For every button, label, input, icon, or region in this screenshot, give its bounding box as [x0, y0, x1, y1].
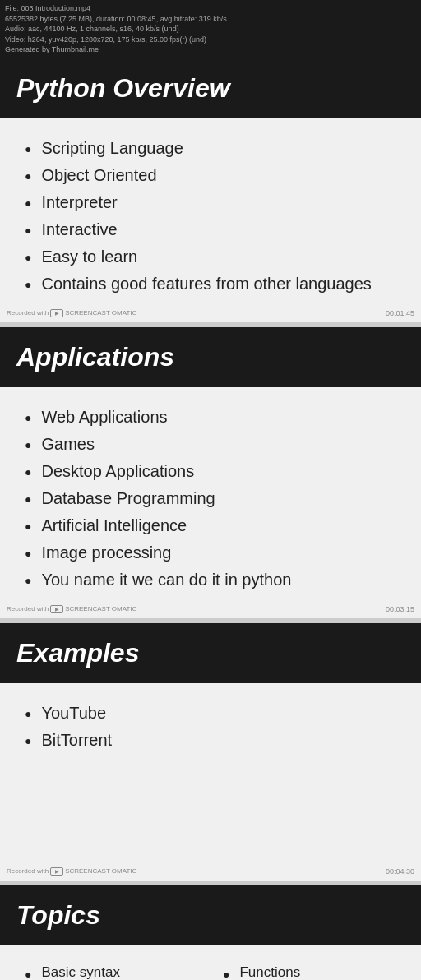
slide-overview-header: Python Overview — [0, 58, 421, 118]
screencast-label-2: SCREENCAST — [65, 605, 110, 612]
file-info-bar: File: 003 Introduction.mp4 65525382 byte… — [0, 0, 421, 58]
list-item: Object Oriented — [25, 162, 405, 189]
screencast-logo: Recorded with ▶ SCREENCAST OMATIC — [7, 309, 136, 317]
slide-overview-title: Python Overview — [16, 73, 405, 104]
list-item: Interactive — [25, 216, 405, 243]
slide-examples-body: YouTube BitTorrent — [0, 683, 421, 864]
list-item: Games — [25, 431, 405, 458]
screencast-icon: ▶ — [50, 309, 63, 317]
list-item: Scripting Language — [25, 135, 405, 162]
file-info-line5: Generated by Thumbnail.me — [5, 44, 416, 55]
list-item: Interpreter — [25, 189, 405, 216]
slide-applications-body: Web Applications Games Desktop Applicati… — [0, 387, 421, 602]
slide-examples-footer: Recorded with ▶ SCREENCAST OMATIC 00:04:… — [0, 864, 421, 881]
topics-list-1: Basic syntax Variable Types Basic Operat… — [25, 962, 206, 980]
list-item: Contains good features from other langua… — [25, 270, 405, 298]
list-item: Database Programming — [25, 485, 405, 512]
slide-examples-header: Examples — [0, 623, 421, 683]
slide-examples: Examples YouTube BitTorrent Recorded wit… — [0, 623, 421, 881]
slide-topics-body: Basic syntax Variable Types Basic Operat… — [0, 945, 421, 980]
topics-columns: Basic syntax Variable Types Basic Operat… — [25, 962, 405, 980]
slide-overview: Python Overview Scripting Language Objec… — [0, 58, 421, 322]
slide-examples-time: 00:04:30 — [386, 867, 414, 876]
slide-topics-header: Topics — [0, 885, 421, 945]
list-item: Desktop Applications — [25, 458, 405, 485]
slide-overview-time: 00:01:45 — [386, 309, 414, 317]
file-info-line4: Video: h264, yuv420p, 1280x720, 175 kb/s… — [5, 35, 416, 45]
file-info-line3: Audio: aac, 44100 Hz, 1 channels, s16, 4… — [5, 24, 416, 35]
screencast-sublabel: OMATIC — [112, 309, 137, 317]
slide-applications: Applications Web Applications Games Desk… — [0, 327, 421, 618]
file-info-line2: 65525382 bytes (7.25 MB), duration: 00:0… — [5, 14, 416, 25]
slide-examples-title: Examples — [16, 638, 405, 668]
list-item: Functions — [223, 962, 405, 980]
slide-applications-title: Applications — [16, 342, 405, 372]
list-item: You name it we can do it in python — [25, 566, 405, 594]
slide-overview-footer: Recorded with ▶ SCREENCAST OMATIC 00:01:… — [0, 306, 421, 322]
list-item: Basic syntax — [25, 962, 206, 980]
file-info-line1: File: 003 Introduction.mp4 — [5, 3, 416, 14]
screencast-text: Recorded with — [7, 309, 49, 317]
list-item: Artificial Intelligence — [25, 512, 405, 539]
topics-col2: Functions Function Arguments Keywords Da… — [223, 962, 405, 980]
screencast-sublabel-2: OMATIC — [112, 605, 137, 612]
slide-applications-header: Applications — [0, 327, 421, 387]
slide-overview-list: Scripting Language Object Oriented Inter… — [25, 135, 405, 298]
topics-list-2: Functions Function Arguments Keywords Da… — [223, 962, 405, 980]
screencast-logo-3: Recorded with ▶ SCREENCAST OMATIC — [7, 867, 136, 876]
screencast-text-3: Recorded with — [7, 867, 49, 875]
slide-applications-time: 00:03:15 — [386, 605, 414, 613]
slide-applications-list: Web Applications Games Desktop Applicati… — [25, 404, 405, 594]
list-item: Web Applications — [25, 404, 405, 431]
screencast-icon-2: ▶ — [50, 605, 63, 613]
list-item: BitTorrent — [25, 727, 405, 754]
screencast-text-2: Recorded with — [7, 605, 49, 612]
list-item: Image processing — [25, 539, 405, 566]
slide-applications-footer: Recorded with ▶ SCREENCAST OMATIC 00:03:… — [0, 602, 421, 618]
screencast-icon-3: ▶ — [50, 867, 63, 876]
slide-topics-title: Topics — [16, 900, 405, 931]
screencast-label-3: SCREENCAST — [65, 867, 110, 875]
slide-topics: Topics Basic syntax Variable Types Basic… — [0, 885, 421, 980]
list-item: YouTube — [25, 700, 405, 727]
slide-examples-list: YouTube BitTorrent — [25, 700, 405, 754]
topics-col1: Basic syntax Variable Types Basic Operat… — [25, 962, 206, 980]
slide-overview-body: Scripting Language Object Oriented Inter… — [0, 118, 421, 306]
screencast-logo-2: Recorded with ▶ SCREENCAST OMATIC — [7, 605, 136, 613]
screencast-label: SCREENCAST — [65, 309, 110, 317]
screencast-sublabel-3: OMATIC — [112, 867, 137, 875]
list-item: Easy to learn — [25, 243, 405, 270]
